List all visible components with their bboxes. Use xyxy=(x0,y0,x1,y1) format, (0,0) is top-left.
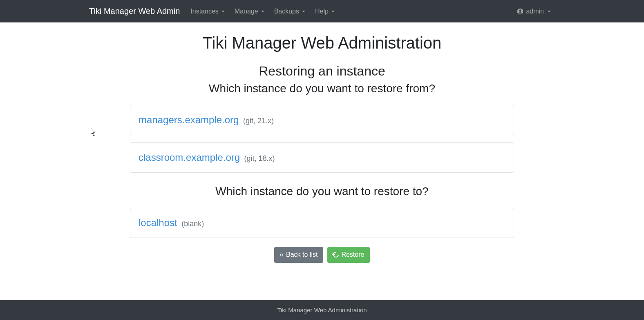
nav-manage[interactable]: Manage xyxy=(230,4,268,18)
main: Tiki Manager Web Administration Restorin… xyxy=(0,22,644,300)
footer-text: Tiki Manager Web Administration xyxy=(277,307,367,313)
nav-backups-label: Backups xyxy=(274,8,299,15)
restore-button[interactable]: Restore xyxy=(327,247,370,263)
instance-card-to[interactable]: localhost (blank) xyxy=(130,208,514,238)
instance-card-from[interactable]: classroom.example.org (git, 18.x) xyxy=(130,142,514,173)
instance-meta: (git, 18.x) xyxy=(244,154,275,162)
chevron-down-icon xyxy=(331,11,335,12)
restore-label: Restore xyxy=(341,251,364,259)
back-label: Back to list xyxy=(286,251,318,259)
user-label: admin xyxy=(526,8,544,15)
page-title: Tiki Manager Web Administration xyxy=(130,34,514,52)
chevron-down-icon xyxy=(302,11,305,12)
nav-help[interactable]: Help xyxy=(311,4,339,18)
instance-link[interactable]: managers.example.org xyxy=(139,114,239,125)
chevron-down-icon xyxy=(261,11,264,12)
back-to-list-button[interactable]: Back to list xyxy=(274,247,324,263)
chevron-down-icon xyxy=(548,11,551,12)
instance-meta: (git, 21.x) xyxy=(243,117,274,125)
svg-point-1 xyxy=(519,9,521,11)
nav-instances-label: Instances xyxy=(190,8,218,15)
container: Tiki Manager Web Administration Restorin… xyxy=(89,34,555,263)
action-row: Back to list Restore xyxy=(130,247,514,263)
prompt-restore-from: Which instance do you want to restore fr… xyxy=(130,82,514,95)
instance-meta: (blank) xyxy=(181,220,204,228)
brand-link[interactable]: Tiki Manager Web Admin xyxy=(89,7,180,16)
footer: Tiki Manager Web Administration xyxy=(0,300,644,320)
instance-card-from[interactable]: managers.example.org (git, 21.x) xyxy=(130,105,514,135)
nav-help-label: Help xyxy=(315,8,329,15)
navbar-inner: Tiki Manager Web Admin Instances Manage … xyxy=(89,4,555,18)
navbar: Tiki Manager Web Admin Instances Manage … xyxy=(0,0,644,22)
nav-instances[interactable]: Instances xyxy=(186,4,228,18)
user-menu[interactable]: admin xyxy=(513,4,555,18)
prompt-restore-to: Which instance do you want to restore to… xyxy=(130,185,514,198)
double-chevron-left-icon xyxy=(280,251,284,259)
page-subtitle: Restoring an instance xyxy=(130,64,514,79)
nav-manage-label: Manage xyxy=(235,8,258,15)
nav-items: Instances Manage Backups Help xyxy=(186,4,339,18)
instance-link[interactable]: localhost xyxy=(139,217,177,228)
undo-icon xyxy=(332,251,340,259)
chevron-down-icon xyxy=(221,11,225,12)
nav-backups[interactable]: Backups xyxy=(270,4,309,18)
instance-link[interactable]: classroom.example.org xyxy=(139,152,240,163)
user-icon xyxy=(517,8,523,15)
